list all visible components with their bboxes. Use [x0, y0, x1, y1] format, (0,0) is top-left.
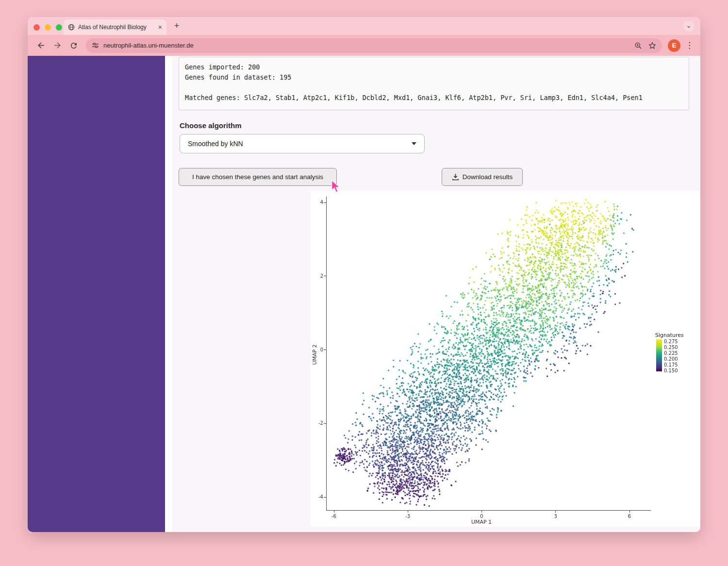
- reload-button[interactable]: [67, 39, 80, 52]
- log-line-imported: Genes imported: 200: [185, 62, 683, 72]
- tab-strip: Atlas of Neutrophil Biology × + ⌄: [28, 17, 700, 35]
- log-line-matched: Matched genes: Slc7a2, Stab1, Atp2c1, Ki…: [185, 93, 683, 103]
- download-button-label: Download results: [463, 173, 513, 181]
- new-tab-button[interactable]: +: [171, 20, 182, 31]
- y-tick-mark: [324, 497, 326, 498]
- y-tick-mark: [324, 202, 326, 203]
- x-tick-mark: [629, 510, 630, 513]
- x-tick-mark: [555, 510, 556, 513]
- y-tick-mark: [324, 350, 326, 350]
- x-axis-line: [326, 510, 651, 511]
- address-bar[interactable]: neutrophil-atlas.uni-muenster.de: [86, 38, 662, 53]
- start-analysis-button[interactable]: I have chosen these genes and start anal…: [179, 168, 337, 186]
- umap-scatter-canvas: [311, 191, 700, 527]
- chevron-down-icon: [412, 142, 416, 145]
- site-settings-icon[interactable]: [92, 42, 99, 49]
- url-text: neutrophil-atlas.uni-muenster.de: [103, 42, 628, 49]
- download-icon: [452, 173, 459, 181]
- x-tick-label: -3: [400, 514, 415, 519]
- x-tick-label: 3: [548, 514, 563, 519]
- algorithm-selected-value: Smoothed by kNN: [188, 140, 243, 148]
- x-tick-label: 6: [622, 514, 637, 519]
- x-tick-mark: [408, 510, 408, 513]
- tab-title: Atlas of Neutrophil Biology: [78, 24, 158, 31]
- main-panel: Genes imported: 200 Genes found in datas…: [172, 56, 700, 532]
- y-tick-label: 4: [312, 200, 323, 205]
- legend-colorbar: [656, 339, 662, 371]
- forward-button[interactable]: [51, 39, 64, 52]
- maximize-window-button[interactable]: [56, 24, 62, 31]
- x-axis-title: UMAP 1: [462, 519, 501, 525]
- legend-tick-label: 0.275: [664, 339, 683, 345]
- algorithm-label: Choose algorithm: [180, 121, 242, 130]
- y-axis-line: [326, 197, 327, 510]
- app-sidebar: [28, 56, 165, 532]
- x-tick-mark: [334, 510, 334, 513]
- browser-menu-icon[interactable]: ⋮: [685, 40, 694, 50]
- tab-search-chevron-icon[interactable]: ⌄: [683, 21, 694, 32]
- algorithm-select[interactable]: Smoothed by kNN: [180, 134, 425, 153]
- y-tick-label: -4: [312, 494, 323, 500]
- back-button[interactable]: [34, 39, 47, 52]
- legend-title: Signatures: [655, 332, 689, 338]
- mouse-cursor: [331, 180, 341, 193]
- legend-tick-label: 0.175: [664, 362, 683, 368]
- tab-favicon-globe-icon: [68, 24, 75, 31]
- y-axis-title: UMAP 2: [312, 340, 318, 369]
- bookmark-star-icon[interactable]: [648, 42, 656, 50]
- page-content: Genes imported: 200 Genes found in datas…: [28, 56, 700, 532]
- browser-tab[interactable]: Atlas of Neutrophil Biology ×: [64, 19, 166, 35]
- close-window-button[interactable]: [33, 24, 40, 31]
- legend-tick-label: 0.200: [664, 356, 683, 362]
- gene-import-log: Genes imported: 200 Genes found in datas…: [179, 57, 689, 110]
- profile-avatar[interactable]: E: [668, 39, 680, 52]
- download-results-button[interactable]: Download results: [442, 168, 523, 186]
- browser-window: Atlas of Neutrophil Biology × + ⌄ neutro…: [28, 17, 700, 532]
- y-tick-label: -2: [312, 420, 323, 426]
- y-tick-mark: [324, 423, 326, 424]
- x-tick-label: -6: [327, 514, 341, 519]
- legend-tick-label: 0.250: [664, 345, 683, 350]
- legend-tick-label: 0.225: [664, 350, 683, 356]
- tab-close-icon[interactable]: ×: [158, 24, 162, 31]
- zoom-in-icon[interactable]: [634, 42, 642, 50]
- sidebar-gutter: [165, 56, 172, 532]
- umap-plot: -6-3036-4-2024UMAP 1UMAP 2Signatures0.27…: [311, 191, 700, 527]
- y-tick-label: 2: [312, 273, 323, 279]
- legend-tick-label: 0.150: [664, 368, 683, 374]
- browser-toolbar: neutrophil-atlas.uni-muenster.de E ⋮: [28, 35, 700, 56]
- log-line-found: Genes found in dataset: 195: [185, 72, 683, 83]
- minimize-window-button[interactable]: [45, 24, 51, 31]
- y-tick-mark: [324, 276, 326, 276]
- x-tick-mark: [481, 510, 482, 513]
